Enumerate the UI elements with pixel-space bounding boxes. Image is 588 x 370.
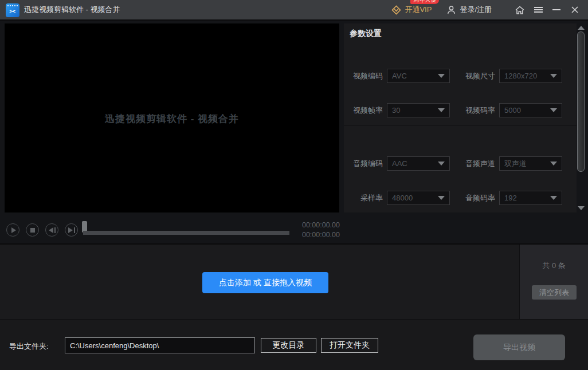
change-directory-button[interactable]: 更改目录 [261,338,316,353]
clear-list-button[interactable]: 清空列表 [532,285,577,300]
sample-rate-select[interactable]: 48000 [387,191,450,205]
video-bitrate-label: 视频码率 [458,105,495,116]
chevron-down-icon [550,108,557,112]
chevron-down-icon [438,108,445,112]
audio-bitrate-select[interactable]: 192 [499,191,562,205]
export-folder-input[interactable] [65,337,255,353]
video-framerate-select[interactable]: 30 [387,103,450,117]
preview-watermark: 迅捷视频剪辑软件 - 视频合并 [5,112,339,125]
params-panel: 参数设置 视频编码 AVC 视频尺寸 1280x720 视频帧率 30 [344,23,577,212]
audio-codec-select[interactable]: AAC [387,156,450,171]
params-panel-title: 参数设置 [350,29,382,39]
login-register-label: 登录/注册 [460,5,492,15]
audio-bitrate-label: 音频码率 [458,193,495,203]
export-bar: 导出文件夹: 更改目录 打开文件夹 导出视频 [0,319,588,370]
person-icon [446,5,456,15]
add-video-button[interactable]: 点击添加 或 直接拖入视频 [202,272,328,293]
scroll-down-icon[interactable] [578,206,585,210]
video-codec-label: 视频编码 [346,71,383,81]
promo-badge: 周年大促 [410,0,439,4]
chevron-down-icon [438,162,445,166]
time-total: 00:00:00.00 [287,230,340,240]
chevron-down-icon [550,162,557,166]
next-frame-button[interactable] [65,223,78,237]
window-title: 迅捷视频剪辑软件 - 视频合并 [24,0,120,19]
export-folder-label: 导出文件夹: [9,341,49,352]
app-window: ✂ 迅捷视频剪辑软件 - 视频合并 开通VIP 周年大促 登录/注册 [0,0,588,370]
prev-frame-icon [49,227,56,233]
home-button[interactable] [512,2,527,17]
stop-button[interactable] [26,223,39,237]
next-frame-icon [68,227,75,233]
app-logo-icon: ✂ [6,3,19,17]
open-vip-button[interactable]: 开通VIP 周年大促 [391,5,432,15]
video-preview-area[interactable]: 迅捷视频剪辑软件 - 视频合并 [5,23,339,212]
vip-diamond-icon [391,5,401,15]
list-side-panel: 共 0 条 清空列表 [519,245,588,319]
scroll-up-icon[interactable] [578,26,585,30]
video-size-select[interactable]: 1280x720 [499,69,562,83]
chevron-down-icon [438,74,445,78]
top-section: 迅捷视频剪辑软件 - 视频合并 参数设置 视频编码 AVC 视频尺寸 1280x… [0,21,588,245]
params-section-divider [344,125,577,126]
audio-channels-select[interactable]: 双声道 [499,156,562,171]
video-bitrate-select[interactable]: 5000 [499,103,562,117]
hamburger-menu-icon [534,6,543,14]
prev-frame-button[interactable] [45,223,58,237]
export-video-button[interactable]: 导出视频 [473,334,565,360]
film-strip-icon [7,5,18,6]
titlebar: ✂ 迅捷视频剪辑软件 - 视频合并 开通VIP 周年大促 登录/注册 [0,0,588,21]
play-icon [11,227,16,233]
file-list-area[interactable]: 点击添加 或 直接拖入视频 共 0 条 清空列表 [0,245,588,319]
params-scrollbar[interactable] [577,23,586,212]
close-icon [571,6,579,14]
minimize-icon [552,9,560,10]
scissors-icon: ✂ [9,6,16,17]
video-size-label: 视频尺寸 [458,71,495,81]
stop-icon [30,228,35,233]
home-icon [515,5,525,15]
scrollbar-thumb[interactable] [577,32,585,172]
open-vip-label: 开通VIP [405,5,432,15]
main-menu-button[interactable] [531,2,546,17]
time-current: 00:00:00.00 [287,221,340,230]
chevron-down-icon [438,196,445,200]
minimize-button[interactable] [549,2,564,17]
login-register-button[interactable]: 登录/注册 [446,5,492,15]
open-folder-button[interactable]: 打开文件夹 [321,338,378,353]
video-codec-select[interactable]: AVC [387,69,450,83]
seek-slider-track[interactable] [83,231,289,235]
play-button[interactable] [6,223,19,237]
close-button[interactable] [567,2,582,17]
item-count-label: 共 0 条 [520,261,588,271]
chevron-down-icon [550,74,557,78]
time-display: 00:00:00.00 00:00:00.00 [287,221,340,239]
sample-rate-label: 采样率 [346,193,383,203]
chevron-down-icon [550,196,557,200]
audio-codec-label: 音频编码 [346,159,383,169]
audio-channels-label: 音频声道 [458,159,495,169]
video-framerate-label: 视频帧率 [346,105,383,116]
